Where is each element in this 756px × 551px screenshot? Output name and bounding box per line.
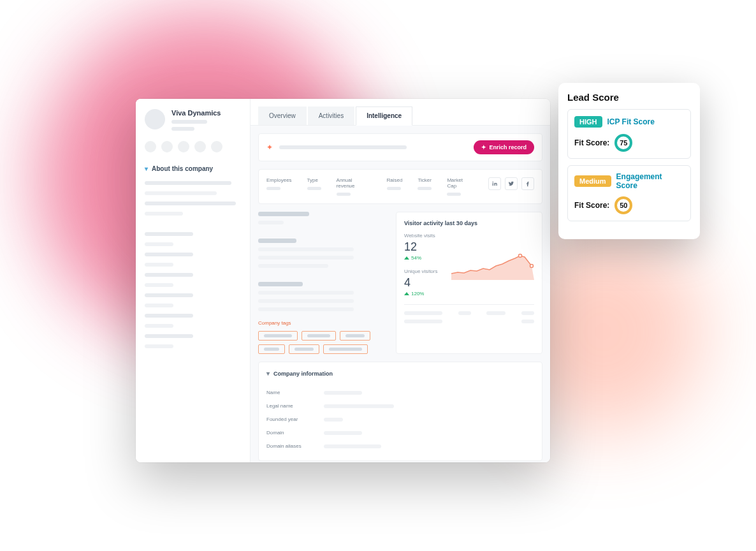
icp-score-name: ICP Fit Score [607,117,655,126]
avatar [145,109,165,129]
tag-chip[interactable] [289,344,319,354]
engagement-score-block: Medium Engagement Score Fit Score: 50 [567,165,691,221]
action-dot[interactable] [161,141,173,152]
action-dot[interactable] [194,141,206,152]
enrich-bar: ✦ ✦ Enrich record [258,133,542,161]
metrics-row: Employees Type Annual revenue Raised Tic… [258,169,542,204]
info-row: Domain aliases [266,439,534,453]
tab-intelligence[interactable]: Intelligence [356,107,412,126]
sparkle-icon: ✦ [266,143,273,152]
fit-score-label: Fit Score: [574,201,609,210]
tag-chip[interactable] [323,344,368,354]
action-dots [145,141,241,152]
company-tags: Company tags [258,320,388,354]
tag-chip[interactable] [258,331,298,341]
info-row: Founded year [266,413,534,426]
enrich-button[interactable]: ✦ Enrich record [474,140,534,154]
action-dot[interactable] [211,141,222,152]
info-row: Name [266,386,534,399]
tabs: Overview Activities Intelligence [251,99,550,126]
fit-score-label: Fit Score: [574,138,609,147]
company-info-card: ▾ Company information Name Legal name Fo… [258,362,542,461]
company-name: Viva Dynamics [171,109,221,117]
metric-ticker: Ticker [418,177,432,190]
linkedin-icon[interactable] [488,177,501,190]
metric-marketcap: Market Cap [447,177,473,196]
tab-activities[interactable]: Activities [308,107,354,125]
tag-chip[interactable] [302,331,336,341]
action-dot[interactable] [145,141,156,152]
about-label: About this company [152,165,213,172]
up-icon [404,256,409,260]
enrich-label: Enrich record [489,144,527,151]
action-dot[interactable] [178,141,189,152]
up-icon [404,292,409,295]
chevron-down-icon: ▾ [145,165,148,172]
activity-sparkline [451,248,534,280]
activity-title: Visitor activity last 30 days [404,220,534,226]
metric-type: Type [307,177,321,190]
badge-medium: Medium [574,175,611,187]
facebook-icon[interactable] [521,177,534,190]
sparkle-icon: ✦ [481,144,486,151]
unique-visitors-delta: 120% [404,291,534,297]
info-row: Domain [266,426,534,439]
lead-score-popup: Lead Score HIGH ICP Fit Score Fit Score:… [558,83,700,239]
company-header: Viva Dynamics [145,109,241,131]
fit-score-value: 50 [614,196,632,214]
sidebar: Viva Dynamics ▾ About this company [136,99,251,462]
metric-raised: Raised [387,177,403,190]
tags-label: Company tags [258,320,388,326]
tab-overview[interactable]: Overview [258,107,307,125]
company-info-header[interactable]: ▾ Company information [266,370,534,377]
metric-employees: Employees [266,177,292,190]
engagement-score-name: Engagement Score [616,172,684,190]
app-window: Viva Dynamics ▾ About this company [136,99,550,462]
chevron-down-icon: ▾ [266,370,270,377]
svg-point-1 [530,265,534,268]
icp-score-block: HIGH ICP Fit Score Fit Score: 75 [567,109,691,159]
metric-revenue: Annual revenue [337,177,372,196]
summary-block: Company tags [258,212,388,354]
info-row: Legal name [266,399,534,413]
main-area: Overview Activities Intelligence ✦ ✦ Enr… [251,99,550,462]
badge-high: HIGH [574,116,602,128]
tag-chip[interactable] [258,344,285,354]
fit-score-value: 75 [614,134,632,152]
website-visits-label: Website visits [404,233,534,239]
svg-point-0 [519,254,522,258]
lead-score-title: Lead Score [567,92,691,103]
tag-chip[interactable] [340,331,370,341]
twitter-icon[interactable] [505,177,518,190]
about-header[interactable]: ▾ About this company [145,165,241,172]
activity-card: Visitor activity last 30 days Website vi… [396,212,542,354]
